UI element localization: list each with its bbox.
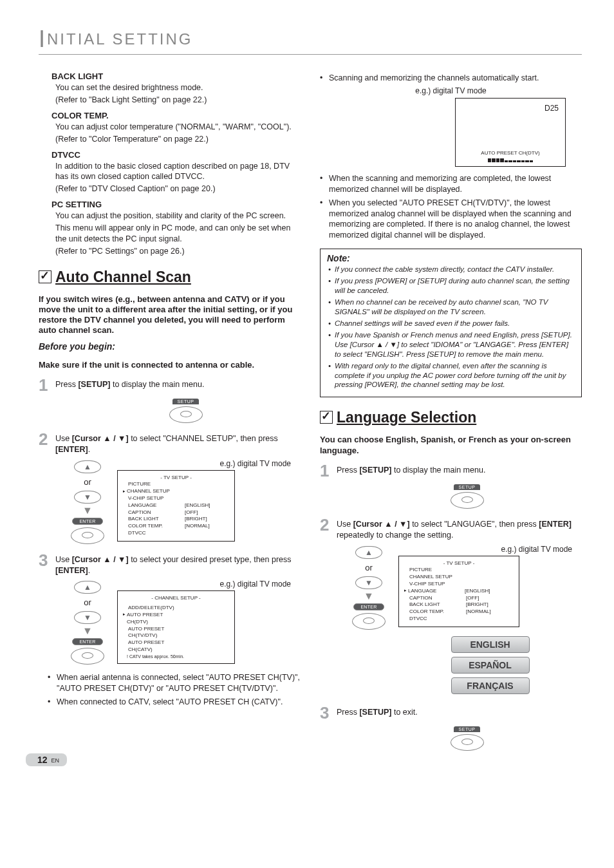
note-item: With regard only to the digital channel,… (327, 361, 575, 390)
tv-caption: e.g.) digital TV mode (320, 86, 582, 95)
dtvcc-l2: (Refer to "DTV Closed Caption" on page 2… (55, 184, 301, 194)
dtvcc-l1: In addition to the basic closed caption … (55, 161, 301, 183)
page-header: INITIAL SETTING (39, 26, 582, 55)
autoscan-intro: If you switch wires (e.g., between anten… (39, 294, 301, 336)
progress-bar-icon (488, 158, 533, 162)
check-icon (320, 411, 333, 424)
bullet-item: When you selected "AUTO PRESET CH(TV/DTV… (320, 198, 582, 241)
cursor-buttons: ▲ or ▼ ▼ ENTER (71, 459, 104, 545)
setup-button-illustration: SETUP (71, 396, 301, 424)
autoscan-step1: 1 Press [SETUP] to display the main menu… (39, 377, 301, 393)
enter-button-icon (352, 613, 386, 630)
step2-illustration: ▲ or ▼ ▼ ENTER e.g.) digital TV mode - T… (71, 459, 301, 545)
osd2-title: - CHANNEL SETUP - (123, 595, 229, 602)
backlight-l2: (Refer to "Back Light Setting" on page 2… (55, 95, 301, 106)
language-option-button: ENGLISH (451, 636, 530, 653)
backlight-head: BACK LIGHT (51, 71, 301, 81)
osd-row: AUTO PRESET CH(TV/DTV) (123, 626, 229, 640)
osd-row: AUTO PRESET CH(CATV) (123, 639, 229, 654)
cursor-up-icon: ▲ (74, 460, 101, 473)
note-item: If you have Spanish or French menus and … (327, 330, 575, 359)
channel-setup-osd: - CHANNEL SETUP - ADD/DELETE(DTV)AUTO PR… (117, 590, 235, 664)
colortemp-l1: You can adjust color temperature ("NORMA… (55, 122, 301, 133)
note-head: Note: (327, 253, 575, 263)
enter-button-icon (71, 648, 104, 665)
header-title: INITIAL SETTING (39, 30, 192, 48)
setup-button-illustration: SETUP (352, 482, 582, 510)
setup-btn-label: SETUP (172, 399, 200, 404)
pcsetting-head: PC SETTING (51, 200, 301, 209)
lang-intro: You can choose English, Spanish, or Fren… (320, 435, 582, 456)
pcsetting-l1: You can adjust the position, stability a… (55, 211, 301, 222)
before-begin-text: Make sure if the unit is connected to an… (39, 360, 301, 370)
cursor-buttons-3: ▲ or ▼ ▼ ENTER (352, 545, 386, 631)
lang-step1: 1 Press [SETUP] to display the main menu… (320, 462, 582, 479)
or-text: or (84, 477, 91, 487)
cursor-buttons-2: ▲ or ▼ ▼ ENTER (71, 580, 104, 666)
autoscan-step2: 2 Use [Cursor ▲ / ▼] to select "CHANNEL … (39, 431, 301, 455)
after-scan-bullets: When the scanning and memorizing are com… (320, 173, 582, 241)
autoscan-step3: 3 Use [Cursor ▲ / ▼] to select your desi… (39, 552, 301, 576)
cursor-up-icon: ▲ (74, 581, 101, 594)
setup-button-icon (451, 734, 484, 751)
cursor-down-icon: ▼ (74, 491, 101, 504)
tv-center-label: AUTO PRESET CH(DTV) (456, 150, 565, 156)
enter-button-icon (71, 527, 104, 544)
scan-start-bullet: Scanning and memorizing the channels aut… (320, 73, 582, 84)
setup-button-illustration: SETUP (352, 724, 582, 752)
osd-row: COLOR TEMP.[NORMAL] (404, 609, 514, 616)
note-item: If you press [POWER] or [SETUP] during a… (327, 276, 575, 296)
osd-row: AUTO PRESET CH(DTV) (123, 612, 229, 626)
enter-button-label: ENTER (72, 638, 103, 645)
bullet-item: When connected to CATV, select "AUTO PRE… (48, 697, 301, 708)
lang-step2-illustration: ▲ or ▼ ▼ ENTER e.g.) digital TV mode - T… (352, 545, 582, 698)
cursor-down-icon: ▼ (355, 576, 382, 589)
step-num-2: 2 (39, 431, 55, 448)
language-buttons: ENGLISHESPAÑOLFRANÇAIS (398, 636, 582, 694)
osd1-title: - TV SETUP - (123, 475, 229, 482)
page-number: 12EN (26, 753, 67, 766)
osd2-remark: ! CATV takes approx. 50min. (123, 654, 229, 659)
pcsetting-l3: (Refer to "PC Settings" on page 26.) (55, 246, 301, 257)
backlight-l1: You can set the desired brightness mode. (55, 82, 301, 93)
note-item: When no channel can be received by auto … (327, 297, 575, 317)
step-num-3: 3 (39, 552, 55, 569)
check-icon (39, 270, 51, 283)
osd-row: CAPTION[OFF] (404, 595, 514, 602)
enter-button-label: ENTER (72, 518, 103, 525)
osd-row: V-CHIP SETUP (404, 581, 514, 588)
channel-number: D25 (544, 104, 559, 113)
osd-row: DTVCC (404, 616, 514, 623)
scan-bullet: Scanning and memorizing the channels aut… (320, 73, 582, 84)
bullet-item: When aerial antenna is connected, select… (48, 672, 301, 694)
language-option-button: FRANÇAIS (451, 677, 530, 694)
lang-step3: 3 Press [SETUP] to exit. (320, 704, 582, 721)
language-option-button: ESPAÑOL (451, 657, 530, 674)
osd-row: COLOR TEMP.[NORMAL] (123, 523, 229, 530)
tv-setup-osd: - TV SETUP - PICTURECHANNEL SETUPV-CHIP … (117, 470, 235, 542)
note-item: If you connect the cable system directly… (327, 265, 575, 274)
colortemp-l2: (Refer to "Color Temperature" on page 22… (55, 134, 301, 145)
osd-row: V-CHIP SETUP (123, 495, 229, 502)
cursor-up-icon: ▲ (355, 546, 382, 559)
osd-row: PICTURE (404, 567, 514, 574)
cursor-down-icon: ▼ (74, 611, 101, 624)
osd-row: BACK LIGHT[BRIGHT] (404, 601, 514, 609)
step3-illustration: ▲ or ▼ ▼ ENTER e.g.) digital TV mode - C… (71, 580, 301, 666)
setup-button-icon (451, 492, 484, 509)
autoscan-bullets: When aerial antenna is connected, select… (48, 672, 301, 708)
lang-title: Language Selection (320, 409, 582, 426)
note-item: Channel settings will be saved even if t… (327, 319, 575, 328)
tv-screen: D25 AUTO PRESET CH(DTV) (455, 98, 566, 167)
lang-step2: 2 Use [Cursor ▲ / ▼] to select "LANGUAGE… (320, 516, 582, 541)
bullet-item: When the scanning and memorizing are com… (320, 173, 582, 195)
step-num-1: 1 (39, 377, 55, 393)
pcsetting-l2: This menu will appear only in PC mode, a… (55, 223, 301, 245)
autoscan-title: Auto Channel Scan (39, 269, 301, 286)
before-begin-head: Before you begin: (39, 341, 301, 352)
osd-row: PICTURE (123, 481, 229, 488)
osd-row: ADD/DELETE(DTV) (123, 605, 229, 612)
left-column: BACK LIGHT You can set the desired brigh… (39, 66, 301, 759)
setup-button-icon (169, 406, 203, 423)
osd-row: LANGUAGE[ENGLISH] (123, 502, 229, 509)
